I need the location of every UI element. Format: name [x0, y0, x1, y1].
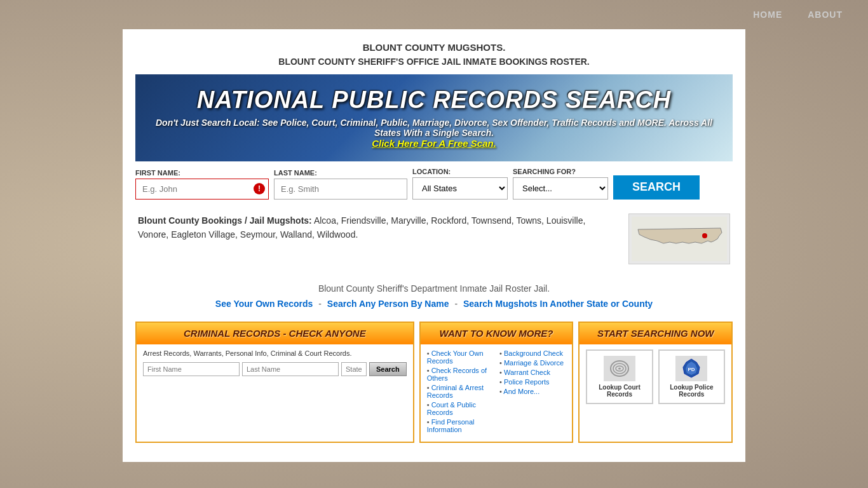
separator-1: -: [318, 299, 324, 309]
court-icon-svg: [607, 357, 632, 380]
start-searching-panel: START SEARCHING NOW Lookup Court Records: [578, 322, 733, 443]
lookup-police-button[interactable]: PD Lookup Police Records: [658, 349, 725, 404]
searching-for-select[interactable]: Select...: [513, 177, 608, 200]
marriage-divorce-link[interactable]: Marriage & Divorce: [504, 359, 564, 367]
police-icon: PD: [675, 356, 707, 381]
know-more-links-left: Check Your Own Records Check Records of …: [427, 349, 493, 435]
tennessee-map-svg: [632, 217, 727, 261]
banner-subtitle: Don't Just Search Local: See Police, Cou…: [154, 118, 714, 138]
svg-text:PD: PD: [688, 367, 695, 372]
list-item-check-others: Check Records of Others: [427, 367, 493, 382]
banner-cta[interactable]: Click Here For A Free Scan.: [154, 138, 714, 149]
know-more-links-row: Check Your Own Records Check Records of …: [427, 349, 566, 435]
list-item-check-own: Check Your Own Records: [427, 349, 493, 365]
background-check-link[interactable]: Background Check: [504, 349, 563, 357]
search-mugshots-link[interactable]: Search Mugshots In Another State or Coun…: [463, 299, 653, 309]
lookup-court-label: Lookup Court Records: [590, 384, 649, 398]
know-more-header: WANT TO KNOW MORE?: [421, 323, 573, 344]
lookup-police-label: Lookup Police Records: [662, 384, 721, 398]
know-more-panel: WANT TO KNOW MORE? Check Your Own Record…: [419, 322, 574, 443]
location-label: LOCATION:: [412, 168, 508, 175]
check-own-records-link[interactable]: Check Your Own Records: [427, 349, 484, 365]
searching-for-group: SEARCHING FOR? Select...: [513, 168, 608, 200]
criminal-last-name-input[interactable]: [242, 362, 339, 376]
last-name-group: LAST NAME:: [274, 169, 407, 200]
separator-2: -: [454, 299, 460, 309]
top-navigation: HOME ABOUT: [0, 0, 868, 29]
county-info: Blount County Bookings / Jail Mugshots: …: [135, 214, 733, 264]
first-name-group: FIRST NAME: !: [135, 169, 269, 200]
start-searching-header-text: START SEARCHING NOW: [597, 328, 714, 339]
county-marker: [702, 233, 707, 238]
nav-home[interactable]: HOME: [753, 10, 782, 20]
banner-title: NATIONAL PUBLIC RECORDS SEARCH: [154, 87, 714, 114]
criminal-state-input[interactable]: [341, 362, 367, 376]
check-others-link[interactable]: Check Records of Others: [427, 367, 487, 382]
know-more-left-list: Check Your Own Records Check Records of …: [427, 349, 493, 433]
court-public-link[interactable]: Court & Public Records: [427, 401, 476, 416]
criminal-records-desc: Arrest Records, Warrants, Personal Info,…: [143, 349, 407, 357]
bottom-links: See Your Own Records - Search Any Person…: [135, 299, 733, 309]
list-item-background: Background Check: [499, 349, 566, 357]
list-item-court-public: Court & Public Records: [427, 401, 493, 416]
know-more-links: Check Your Own Records Check Records of …: [427, 349, 566, 435]
see-own-records-link[interactable]: See Your Own Records: [215, 299, 313, 309]
first-name-input[interactable]: [135, 179, 269, 200]
police-reports-link[interactable]: Police Reports: [504, 378, 550, 386]
page-title: BLOUNT COUNTY MUGSHOTS.: [135, 42, 733, 53]
lookup-court-button[interactable]: Lookup Court Records: [586, 349, 653, 404]
bottom-panels: CRIMINAL RECORDS - CHECK ANYONE Arrest R…: [135, 322, 733, 443]
police-icon-svg: PD: [679, 357, 704, 380]
warrant-check-link[interactable]: Warrant Check: [504, 369, 550, 376]
main-container: BLOUNT COUNTY MUGSHOTS. BLOUNT COUNTY SH…: [123, 29, 745, 462]
location-select[interactable]: All States: [412, 177, 508, 200]
county-text: Blount County Bookings / Jail Mugshots: …: [138, 214, 616, 242]
criminal-records-header-text: CRIMINAL RECORDS - CHECK ANYONE: [184, 328, 366, 339]
first-name-wrapper: !: [135, 179, 269, 200]
criminal-search-button[interactable]: Search: [369, 362, 407, 376]
first-name-label: FIRST NAME:: [135, 169, 269, 177]
searching-for-label: SEARCHING FOR?: [513, 168, 608, 175]
warning-icon: !: [254, 183, 265, 194]
know-more-links-right: Background Check Marriage & Divorce Warr…: [499, 349, 566, 435]
start-searching-header: START SEARCHING NOW: [580, 323, 731, 344]
know-more-right-list: Background Check Marriage & Divorce Warr…: [499, 349, 566, 395]
state-map: [628, 214, 730, 264]
criminal-records-panel: CRIMINAL RECORDS - CHECK ANYONE Arrest R…: [135, 322, 414, 443]
criminal-arrest-link[interactable]: Criminal & Arrest Records: [427, 384, 484, 399]
court-icon: [604, 356, 635, 381]
search-form: FIRST NAME: ! LAST NAME: LOCATION: All S…: [135, 161, 733, 207]
bottom-desc: Blount County Sheriff's Department Inmat…: [135, 283, 733, 294]
criminal-records-form: Search: [143, 362, 407, 376]
search-any-person-link[interactable]: Search Any Person By Name: [327, 299, 449, 309]
criminal-records-header: CRIMINAL RECORDS - CHECK ANYONE: [137, 323, 413, 344]
page-subtitle: BLOUNT COUNTY SHERIFF'S OFFICE JAIL INMA…: [135, 57, 733, 67]
personal-info-link[interactable]: Find Personal Information: [427, 418, 475, 433]
county-intro: Blount County Bookings / Jail Mugshots:: [138, 215, 312, 226]
list-item-marriage: Marriage & Divorce: [499, 359, 566, 367]
list-item-more: And More...: [499, 388, 566, 395]
and-more-link[interactable]: And More...: [503, 388, 539, 395]
lookup-buttons: Lookup Court Records PD Lookup Police Re…: [586, 349, 725, 404]
list-item-criminal-arrest: Criminal & Arrest Records: [427, 384, 493, 399]
location-group: LOCATION: All States: [412, 168, 508, 200]
svg-point-3: [618, 367, 621, 369]
criminal-first-name-input[interactable]: [143, 362, 240, 376]
know-more-header-text: WANT TO KNOW MORE?: [440, 328, 553, 339]
banner[interactable]: NATIONAL PUBLIC RECORDS SEARCH Don't Jus…: [135, 74, 733, 161]
nav-about[interactable]: ABOUT: [808, 10, 843, 20]
search-button[interactable]: SEARCH: [613, 175, 700, 200]
last-name-input[interactable]: [274, 179, 407, 200]
list-item-personal-info: Find Personal Information: [427, 418, 493, 433]
list-item-warrant: Warrant Check: [499, 369, 566, 376]
list-item-police: Police Reports: [499, 378, 566, 386]
last-name-label: LAST NAME:: [274, 169, 407, 177]
